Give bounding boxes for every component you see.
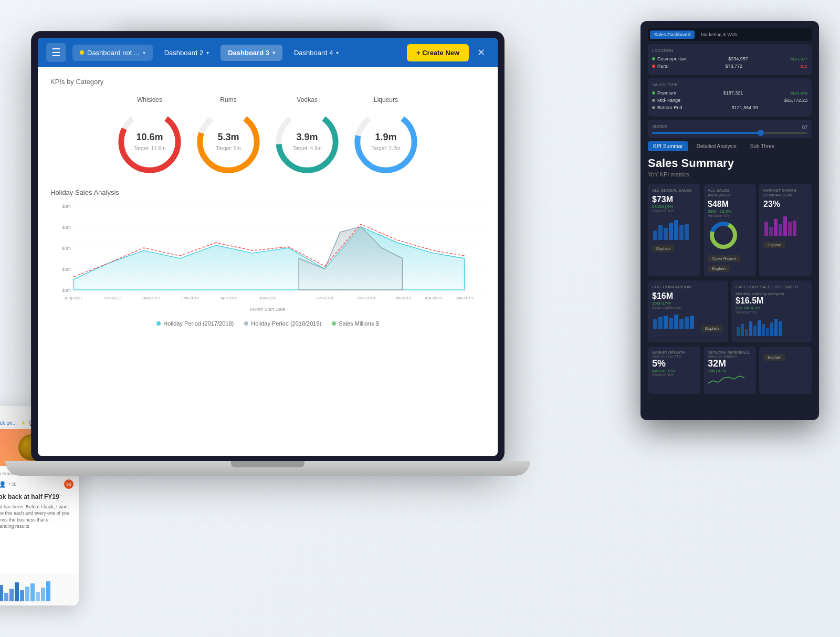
location-dot-1	[652, 57, 655, 60]
sales-summary-title: Sales Summary	[648, 156, 812, 170]
star-icon[interactable]: ★	[21, 420, 26, 426]
slider-thumb[interactable]	[758, 130, 764, 136]
explain-btn-row3[interactable]: Explain	[763, 354, 785, 361]
kpi-tab-sub[interactable]: Sub Three	[745, 141, 780, 151]
gauge-liqueurs-text: 1.9m Target: 2.2m	[371, 132, 401, 152]
gauge-liqueurs-value: 1.9m	[371, 132, 401, 143]
close-button[interactable]: ✕	[473, 45, 489, 60]
gauge-liqueurs: Liqueurs 1.9m Target: 2.2m	[352, 96, 420, 176]
nav-tab-dashboard-3-label: Dashboard 3	[228, 49, 269, 57]
legend-label-0: Holiday Period (2017/2018)	[163, 320, 234, 327]
legend-label-1: Holiday Period (2018/2019)	[251, 320, 321, 327]
gauge-vodkas-value: 3.9m	[292, 132, 322, 143]
gauge-whiskies-label: Whiskies	[137, 96, 162, 103]
nav-tab-dashboard-not[interactable]: Dashboard not ... ▾	[72, 45, 153, 61]
gauge-whiskies-text: 10.6m Target: 11.6m	[133, 132, 165, 152]
svg-text:$2m: $2m	[62, 267, 71, 272]
svg-rect-87	[36, 592, 40, 601]
nav-tab-dashboard-4[interactable]: Dashboard 4 ▾	[287, 45, 346, 61]
holiday-chart-area: Holiday Sales Analysis $8m $6m $4m $2m $…	[50, 189, 485, 327]
nav-tab-dashboard-2[interactable]: Dashboard 2 ▾	[157, 45, 216, 61]
hamburger-menu[interactable]: ☰	[46, 43, 66, 62]
slider-track-wrapper[interactable]: 87	[652, 132, 807, 134]
gauge-rums-wrapper: 5.3m Target: 6m	[194, 108, 262, 176]
gauge-whiskies-value: 10.6m	[133, 132, 165, 143]
svg-text:$0m: $0m	[62, 288, 71, 293]
donut-chart	[708, 220, 739, 251]
sales-type-label: SALES TYPE	[652, 82, 807, 87]
legend-dot-0	[156, 321, 161, 326]
svg-rect-18	[685, 224, 689, 240]
explain-btn-1[interactable]: Explain	[652, 245, 674, 252]
back-link[interactable]: < back on...	[0, 420, 17, 426]
dashboard-content: KPIs by Category Whiskies 10.6m	[38, 67, 498, 456]
back-nav-tab-marketing[interactable]: Marketing & Web	[697, 30, 741, 39]
svg-rect-88	[41, 588, 45, 601]
svg-text:Jun-2019: Jun-2019	[456, 296, 473, 300]
svg-rect-23	[769, 227, 773, 236]
svg-rect-43	[762, 324, 765, 336]
legend-dot-2	[332, 321, 336, 326]
location-dot-2	[652, 65, 655, 68]
network-chart	[708, 373, 744, 389]
svg-rect-45	[770, 322, 773, 336]
legend-item-0: Holiday Period (2017/2018)	[156, 320, 234, 327]
explain-btn-cog[interactable]: Explain	[701, 325, 723, 332]
kpi-row2: COG COMPARISON $16M 16M↑17% Sales contri…	[648, 280, 812, 342]
svg-rect-80	[0, 585, 3, 601]
chart-svg-wrapper: $8m $6m $4m $2m $0m	[50, 201, 485, 316]
extra-card: Explain	[759, 347, 812, 394]
dashboard-nav: ☰ Dashboard not ... ▾ Dashboard 2 ▾ Dash…	[38, 38, 498, 67]
svg-rect-12	[653, 231, 657, 240]
laptop-base	[5, 461, 530, 476]
svg-rect-89	[46, 581, 50, 601]
kpi-tab-summary[interactable]: KPI Summar	[648, 141, 688, 151]
svg-rect-42	[758, 320, 761, 336]
svg-rect-39	[745, 329, 748, 336]
laptop-frame: ☰ Dashboard not ... ▾ Dashboard 2 ▾ Dash…	[32, 32, 504, 515]
back-nav-tabs[interactable]: Sales Dashboard Marketing & Web	[648, 28, 812, 41]
cog-chart	[652, 311, 699, 330]
gauge-vodkas-text: 3.9m Target: 4.9m	[292, 132, 322, 152]
sales-type-midrange: Mid-Range $65,772.23	[652, 98, 807, 103]
category-chart	[736, 316, 783, 337]
svg-rect-28	[793, 221, 796, 236]
kpi-card-cog: COG COMPARISON $16M 16M↑17% Sales contri…	[648, 280, 728, 342]
slider-value: 87	[802, 124, 807, 130]
open-report-btn[interactable]: Open Report	[708, 255, 740, 262]
svg-text:Dec-2018: Dec-2018	[357, 296, 375, 300]
nav-tab-chevron-1: ▾	[206, 50, 209, 56]
reactions-count: +36	[8, 482, 16, 487]
location-row-1: Cosmopolitan $234,957 ↑$23,877	[652, 56, 807, 61]
svg-rect-25	[779, 224, 782, 236]
kpi-card-sales-indicator: ALL SALES INDICATOR $48M 53M - 13.5% Var…	[704, 184, 756, 276]
svg-text:$6m: $6m	[62, 225, 71, 230]
slider-track[interactable]	[652, 132, 807, 134]
back-nav-tab-sales[interactable]: Sales Dashboard	[650, 30, 695, 39]
legend-item-1: Holiday Period (2018/2019)	[244, 320, 321, 327]
nav-tab-dashboard-3[interactable]: Dashboard 3 ▾	[220, 45, 282, 61]
svg-rect-83	[15, 582, 19, 601]
laptop-notch	[231, 461, 304, 467]
gauge-liqueurs-wrapper: 1.9m Target: 2.2m	[352, 108, 420, 176]
svg-rect-40	[749, 321, 752, 336]
gauge-rums-text: 5.3m Target: 6m	[216, 132, 240, 152]
svg-rect-32	[669, 318, 673, 329]
kpi-card-global-sales: ALL GLOBAL SALES $73M 68.2M | 9% Varianc…	[648, 184, 700, 276]
gauge-whiskies-wrapper: 10.6m Target: 11.6m	[116, 108, 184, 176]
svg-rect-38	[741, 324, 744, 336]
sales-type-premium: Premium $187,321 ↑$23,879	[652, 90, 807, 96]
create-new-button[interactable]: + Create New	[407, 44, 469, 61]
nav-tab-dashboard-not-label: Dashboard not ...	[87, 49, 140, 57]
kpi-tabs[interactable]: KPI Summar Detailed Analysis Sub Three	[648, 141, 812, 151]
kpi-tab-analysis[interactable]: Detailed Analysis	[691, 141, 742, 151]
svg-rect-30	[658, 317, 663, 329]
explain-btn-3[interactable]: Explain	[763, 242, 785, 248]
location-panel: LOCATION Cosmopolitan $234,957 ↑$23,877 …	[648, 44, 812, 75]
legend-label-2: Sales Millions $	[339, 320, 379, 327]
svg-rect-37	[737, 327, 740, 336]
svg-rect-22	[764, 222, 768, 236]
svg-rect-29	[653, 319, 657, 329]
gauge-vodkas-wrapper: 3.9m Target: 4.9m	[273, 108, 341, 176]
explain-btn-2[interactable]: Explain	[708, 265, 730, 272]
